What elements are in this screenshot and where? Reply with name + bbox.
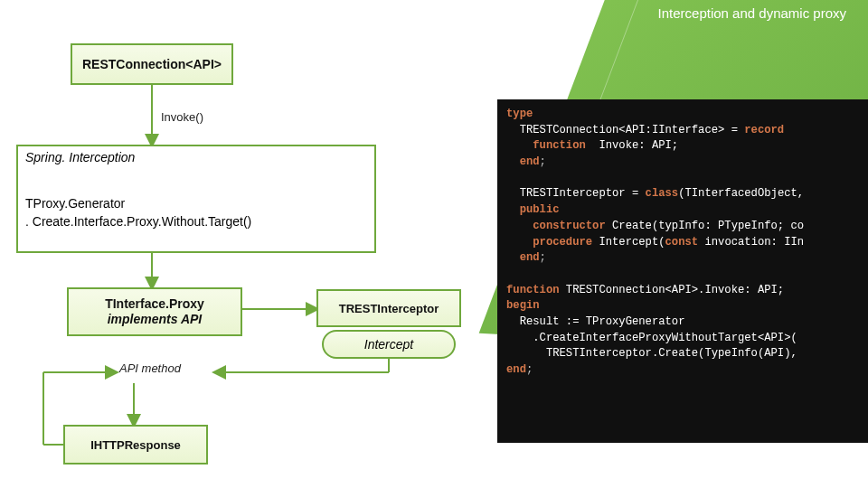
node-interface-proxy-l2: implements API [108, 312, 203, 328]
code-text [506, 251, 520, 264]
code-kw: function [506, 284, 560, 296]
code-kw: begin [506, 299, 540, 312]
node-intercept: Intercept [322, 330, 456, 359]
code-text: TRESTInterceptor = [506, 187, 646, 200]
node-interface-proxy: TInterface.Proxy implements API [67, 287, 242, 336]
code-text: Invoke: API; [586, 139, 678, 152]
code-kw: end [520, 155, 540, 168]
code-text [506, 236, 533, 249]
code-text [506, 155, 520, 168]
code-kw: type [506, 108, 533, 120]
code-kw: function [533, 139, 586, 152]
code-text: (TInterfacedObject, [678, 187, 804, 200]
code-text: ; [526, 363, 533, 376]
code-kw: procedure [533, 236, 592, 249]
code-text [506, 220, 533, 232]
slide-title: Interception and dynamic proxy [658, 5, 846, 21]
code-kw: const [665, 236, 699, 249]
code-kw: class [646, 187, 679, 200]
code-text: Create(typInfo: PTypeInfo; co [606, 220, 804, 232]
node-rest-connection-label: RESTConnection<API> [82, 57, 222, 71]
node-ihttp-response: IHTTPResponse [63, 425, 208, 465]
node-spring-body-line2: . Create.Interface.Proxy.Without.Target(… [25, 213, 251, 230]
code-kw: end [520, 251, 540, 264]
code-text: TRESTConnection<API>.Invoke: API; [560, 284, 785, 296]
node-ihttp-response-label: IHTTPResponse [90, 438, 181, 452]
code-text: TRESTConnection<API:IInterface> = [506, 124, 744, 136]
code-text: Intercept( [592, 236, 665, 249]
node-spring-title: Spring. Interception [25, 150, 135, 164]
node-interface-proxy-l1: TInterface.Proxy [105, 296, 204, 313]
node-trest-interceptor: TRESTInterceptor [316, 289, 461, 327]
code-text [506, 203, 520, 216]
code-text: Result := TProxyGenerator [506, 315, 684, 328]
code-text: ; [540, 251, 546, 264]
code-text: invocation: IIn [698, 236, 804, 249]
code-text [506, 139, 533, 152]
edge-label-api-method: API method [119, 361, 181, 375]
code-text: ; [540, 155, 546, 168]
code-panel: type TRESTConnection<API:IInterface> = r… [497, 99, 868, 443]
node-trest-interceptor-label: TRESTInterceptor [339, 302, 439, 315]
node-spring-body-line1: TProxy.Generator [25, 195, 125, 211]
code-kw: constructor [533, 220, 605, 232]
code-text: TRESTInterceptor.Create(TypeInfo(API), [506, 347, 797, 360]
code-text: .CreateInterfaceProxyWithoutTarget<API>( [506, 332, 797, 344]
node-spring-interception: Spring. Interception TProxy.Generator . … [16, 145, 376, 253]
code-kw: record [744, 124, 784, 136]
code-kw: public [520, 203, 560, 216]
code-kw: end [506, 363, 526, 376]
node-intercept-label: Intercept [364, 337, 413, 352]
edge-label-invoke: Invoke() [161, 110, 203, 124]
node-rest-connection: RESTConnection<API> [71, 43, 233, 85]
